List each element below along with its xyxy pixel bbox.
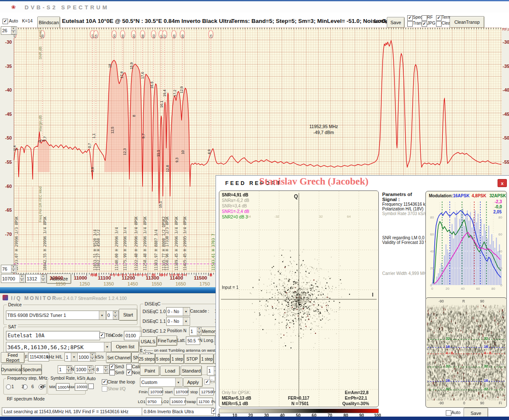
svg-text:19,4: 19,4: [162, 90, 167, 97]
q-axis-label: Q: [294, 193, 298, 199]
expand-checkbox[interactable]: [204, 379, 210, 385]
step1-button[interactable]: 1 step: [171, 354, 184, 364]
stop-button[interactable]: STOP: [184, 354, 200, 364]
cleantransp-button[interactable]: CleanTransp: [450, 16, 484, 28]
toolbar-check-spectr[interactable]: [407, 15, 413, 21]
sm9-checkbox[interactable]: [109, 370, 115, 375]
lo1-field[interactable]: 9750: [146, 398, 162, 405]
save-button[interactable]: Save: [387, 17, 405, 28]
auto-checkbox[interactable]: [3, 19, 8, 24]
phase-y-tick: 80: [501, 329, 504, 333]
spectrum-button[interactable]: Spectrum: [22, 364, 42, 375]
y-axis-tick: -50: [1, 135, 12, 140]
svg-text:12,3: 12,3: [123, 148, 127, 155]
snr-line: SNRr=3,4 dB: [222, 204, 247, 208]
svg-text:-49,7 dBm: -49,7 dBm: [313, 130, 334, 135]
finetune-button[interactable]: FineTune: [157, 336, 177, 346]
phase-auto-checkbox[interactable]: [446, 410, 451, 416]
open-list-button[interactable]: Open list: [111, 341, 139, 352]
toolbar-check-terms[interactable]: [436, 15, 442, 21]
range-preset-select[interactable]: Custom▼: [140, 378, 182, 387]
param-line: Frequency 11543616 kHz: [382, 202, 425, 207]
snr-line: SNRa=-6,2 dB: [222, 198, 249, 203]
steps25-button[interactable]: 25 steps: [138, 354, 155, 364]
window-title: DVB-S2 SPECTRUM: [25, 4, 109, 11]
min-label: Min: [49, 384, 56, 389]
antenna-status: 0.84m Inverto Black Ultra: [142, 407, 214, 416]
svg-text:20: 20: [498, 266, 502, 270]
feed-report-button[interactable]: Feed Report: [1, 352, 25, 363]
tuner-index-value: 0: [107, 313, 110, 318]
n-count-value: N = 7501: [291, 401, 309, 406]
svg-text:11140,00 H 29996 3/4: 11140,00 H 29996 3/4: [115, 227, 119, 271]
phase-line-label: 16: [445, 344, 450, 349]
set-channel-button[interactable]: Set Channel: [106, 352, 131, 363]
hl-select[interactable]: 1▼: [64, 353, 78, 361]
toolbar-check-transp.[interactable]: [407, 21, 413, 27]
auto-sr-checkbox[interactable]: [88, 384, 94, 389]
close-icon[interactable]: x: [498, 179, 507, 187]
svg-text:83: 83: [152, 34, 156, 38]
freq-label: 11000: [74, 275, 87, 280]
freq-label: 10900: [50, 275, 63, 280]
svg-text:55: 55: [94, 34, 98, 38]
toolbar-check-jpg[interactable]: [422, 21, 427, 27]
calibr-checkbox[interactable]: [126, 364, 132, 370]
load-button[interactable]: Load: [160, 366, 180, 376]
start-freq-spinner[interactable]: 10700▲▼: [1, 274, 25, 283]
svg-text:86: 86: [172, 34, 176, 38]
sat-name-field[interactable]: Eutelsat 10A: [6, 331, 100, 340]
sr-spinner[interactable]: 1000▲▼: [77, 353, 96, 361]
steps5-button[interactable]: 5 steps: [155, 354, 171, 364]
apply-button[interactable]: Apply: [183, 378, 203, 387]
svg-text:60: 60: [476, 287, 480, 291]
y-axis-tick: -30: [503, 39, 509, 45]
fstart-field[interactable]: 10700: [174, 388, 188, 395]
svg-text:17,6: 17,6: [140, 72, 145, 79]
dynamical-button[interactable]: Dynamical: [1, 364, 22, 375]
fswap-field[interactable]: 11700: [197, 398, 213, 405]
toolbar-check-clean[interactable]: [436, 21, 442, 27]
top-level-spinner[interactable]: 26▲▼: [1, 26, 17, 35]
svg-text:97: 97: [163, 34, 167, 38]
toolbar-check-rf[interactable]: [422, 15, 427, 21]
if-label: 1450: [128, 281, 138, 286]
diseqc12-label: DiSEqC 1.2: [143, 328, 166, 333]
max-field[interactable]: 10000: [75, 383, 87, 391]
blindscan-button[interactable]: Blindscan: [37, 17, 60, 28]
start-button[interactable]: Start: [119, 309, 137, 321]
diseqc10-select[interactable]: 0 - No▼: [166, 307, 190, 316]
sm3-checkbox[interactable]: [109, 364, 115, 370]
step1-radio[interactable]: [6, 384, 11, 389]
diseqc11-select[interactable]: 0 - No▼: [166, 317, 190, 326]
n1-spinner[interactable]: 1▲▼: [58, 365, 72, 374]
n2-spinner[interactable]: 1000▲▼: [75, 365, 93, 374]
lo2-field[interactable]: 10600: [170, 398, 186, 405]
title-checkbox[interactable]: [99, 333, 105, 338]
svg-text:0,7: 0,7: [87, 143, 92, 148]
step1b-button[interactable]: 1 step: [200, 354, 214, 364]
paint-button[interactable]: Paint: [140, 366, 159, 376]
n3-spinner[interactable]: 8▲▼: [95, 365, 109, 374]
tuner-select[interactable]: TBS 6908 DVBS/S2 Tuner 1▼: [6, 311, 106, 320]
params-title: Parametrs of Signal :: [382, 192, 425, 202]
usals-button[interactable]: USALS: [139, 336, 157, 347]
standard-button[interactable]: Standard: [181, 366, 202, 376]
svg-text:12,5: 12,5: [110, 126, 115, 134]
noise-checkbox[interactable]: [126, 370, 132, 375]
span-spinner[interactable]: 1312▲▼: [25, 274, 47, 283]
phase-top-tick: 90: [480, 299, 484, 303]
frequency-field[interactable]: 11543616: [28, 353, 49, 361]
tuner-index-spinner[interactable]: 0▲▼: [106, 311, 119, 320]
clear-loop-checkbox[interactable]: [102, 379, 107, 385]
lo2-label: LO2: [161, 399, 169, 404]
phase-line-label: 32: [445, 336, 450, 341]
fswap-label: Fswap: [184, 399, 196, 404]
channel-select[interactable]: 3645,R,16130,56,S2;8PSK▼: [6, 342, 111, 352]
iq-monitor-panel: I/Q MONITOR ver.2.4.0.7 StreamReader 1.2…: [0, 293, 221, 417]
fmin-field[interactable]: 10700: [148, 388, 163, 395]
bottom-level-spinner[interactable]: 76▲▼: [1, 265, 17, 273]
show-iq-checkbox[interactable]: [102, 386, 107, 392]
if-label: 1650: [176, 281, 186, 286]
fstart-label: F start: [161, 389, 173, 394]
